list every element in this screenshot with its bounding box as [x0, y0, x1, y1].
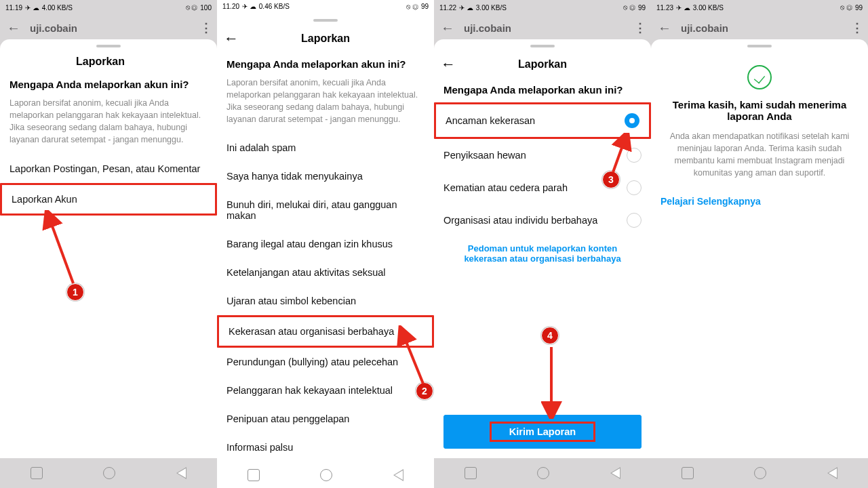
menu-icon[interactable]: ⋮ — [851, 20, 861, 35]
status-bar: 11.23 ✈ ☁ 3.00 KB/S ⦸ ⏣ 99 — [651, 0, 868, 15]
back-icon[interactable]: ← — [7, 20, 20, 36]
report-question: Mengapa Anda melaporkan akun ini? — [0, 76, 217, 97]
sheet-back-icon[interactable]: ← — [224, 30, 240, 47]
reason-misinfo[interactable]: Informasi palsu — [217, 433, 434, 462]
screenshot-4: 11.23 ✈ ☁ 3.00 KB/S ⦸ ⏣ 99 ← uji.cobain … — [651, 0, 868, 488]
recent-apps-icon[interactable] — [682, 467, 694, 479]
sheet-title: Laporkan — [457, 58, 644, 70]
sheet-handle[interactable] — [96, 45, 121, 47]
profile-header: ← uji.cobain ⋮ — [0, 15, 217, 41]
recent-apps-icon[interactable] — [248, 469, 260, 481]
username: uji.cobain — [30, 22, 77, 34]
back-nav-icon[interactable] — [393, 469, 403, 481]
radio-icon — [627, 148, 642, 163]
home-icon[interactable] — [320, 469, 332, 481]
system-nav — [0, 458, 217, 488]
annotation-marker-4: 4 — [541, 327, 559, 344]
status-bar: 11.22 ✈ ☁ 3.00 KB/S ⦸ ⏣ 99 — [434, 0, 651, 15]
reason-hate[interactable]: Ujaran atau simbol kebencian — [217, 287, 434, 315]
anonymous-notice: Laporan bersifat anonim, kecuali jika An… — [217, 77, 434, 134]
confirmation-title: Terima kasih, kami sudah menerima lapora… — [651, 99, 868, 130]
reason-illegal-goods[interactable]: Barang ilegal atau dengan izin khusus — [217, 230, 434, 258]
home-icon[interactable] — [754, 467, 766, 479]
report-reasons-sheet: ← Laporkan Mengapa Anda melaporkan akun … — [217, 14, 434, 462]
home-icon[interactable] — [103, 467, 115, 479]
subreason-dangerous-org[interactable]: Organisasi atau individu berbahaya — [434, 204, 651, 237]
sheet-title: Laporkan — [240, 33, 427, 45]
confirmation-desc: Anda akan mendapatkan notifikasi setelah… — [651, 130, 868, 186]
sheet-title: Laporkan — [7, 56, 210, 68]
back-icon[interactable]: ← — [658, 20, 671, 36]
reason-fraud[interactable]: Penipuan atau penggelapan — [217, 405, 434, 433]
system-nav — [651, 458, 868, 488]
report-question: Mengapa Anda melaporkan akun ini? — [217, 56, 434, 77]
annotation-marker-3: 3 — [602, 171, 620, 188]
reason-nudity[interactable]: Ketelanjangan atau aktivitas seksual — [217, 258, 434, 287]
username: uji.cobain — [681, 22, 728, 34]
profile-header: ← uji.cobain ⋮ — [434, 15, 651, 41]
status-bar: 11.20 ✈ ☁ 0.46 KB/S ⦸ ⏣ 99 — [217, 0, 434, 14]
radio-icon — [627, 180, 642, 195]
reason-dislike[interactable]: Saya hanya tidak menyukainya — [217, 162, 434, 190]
anonymous-notice: Laporan bersifat anonim, kecuali jika An… — [0, 97, 217, 155]
system-nav — [217, 462, 434, 488]
reason-self-harm[interactable]: Bunuh diri, melukai diri, atau gangguan … — [217, 190, 434, 230]
system-nav — [434, 458, 651, 488]
sheet-back-icon[interactable]: ← — [441, 56, 457, 73]
username: uji.cobain — [464, 22, 511, 34]
radio-icon — [627, 213, 642, 228]
sheet-handle[interactable] — [313, 19, 338, 22]
subreason-threat-violence[interactable]: Ancaman kekerasan — [434, 102, 651, 139]
sheet-handle[interactable] — [747, 45, 772, 47]
guidelines-link[interactable]: Pedoman untuk melaporkan konten kekerasa… — [434, 237, 651, 270]
subreason-animal-abuse[interactable]: Penyiksaan hewan — [434, 139, 651, 171]
annotation-marker-2: 2 — [416, 382, 433, 400]
annotation-marker-1: 1 — [66, 283, 84, 301]
report-confirmation-sheet: Terima kasih, kami sudah menerima lapora… — [651, 39, 868, 458]
reason-bullying[interactable]: Perundungan (bullying) atau pelecehan — [217, 348, 434, 376]
menu-icon[interactable]: ⋮ — [200, 20, 210, 35]
reason-violence[interactable]: Kekerasan atau organisasi berbahaya — [217, 315, 434, 348]
report-question: Mengapa Anda melaporkan akun ini? — [434, 81, 651, 102]
sheet-handle[interactable] — [530, 45, 555, 47]
report-subreasons-sheet: ← Laporkan Mengapa Anda melaporkan akun … — [434, 39, 651, 458]
menu-icon[interactable]: ⋮ — [634, 20, 644, 35]
report-sheet: Laporkan Mengapa Anda melaporkan akun in… — [0, 39, 217, 458]
reason-ip[interactable]: Pelanggaran hak kekayaan intelektual — [217, 376, 434, 405]
submit-report-button[interactable]: Kirim Laporan — [443, 415, 642, 449]
back-nav-icon[interactable] — [610, 467, 620, 479]
screenshot-3: 11.22 ✈ ☁ 3.00 KB/S ⦸ ⏣ 99 ← uji.cobain … — [434, 0, 651, 488]
home-icon[interactable] — [537, 467, 549, 479]
status-bar: 11.19 ✈ ☁ 4.00 KB/S ⦸ ⏣ 100 — [0, 0, 217, 15]
profile-header: ← uji.cobain ⋮ — [651, 15, 868, 41]
back-icon[interactable]: ← — [441, 20, 454, 36]
option-report-content[interactable]: Laporkan Postingan, Pesan, atau Komentar — [0, 155, 217, 183]
recent-apps-icon[interactable] — [465, 467, 477, 479]
screenshot-2: 11.20 ✈ ☁ 0.46 KB/S ⦸ ⏣ 99 ← Laporkan Me… — [217, 0, 434, 488]
radio-selected-icon — [625, 113, 639, 128]
option-report-account[interactable]: Laporkan Akun — [0, 183, 217, 216]
screenshot-1: 11.19 ✈ ☁ 4.00 KB/S ⦸ ⏣ 100 ← uji.cobain… — [0, 0, 217, 488]
sheet-header: Laporkan — [0, 52, 217, 76]
reason-spam[interactable]: Ini adalah spam — [217, 134, 434, 162]
success-check-icon — [747, 65, 772, 89]
recent-apps-icon[interactable] — [31, 467, 43, 479]
back-nav-icon[interactable] — [176, 467, 186, 479]
learn-more-link[interactable]: Pelajari Selengkapnya — [651, 186, 868, 216]
back-nav-icon[interactable] — [827, 467, 837, 479]
